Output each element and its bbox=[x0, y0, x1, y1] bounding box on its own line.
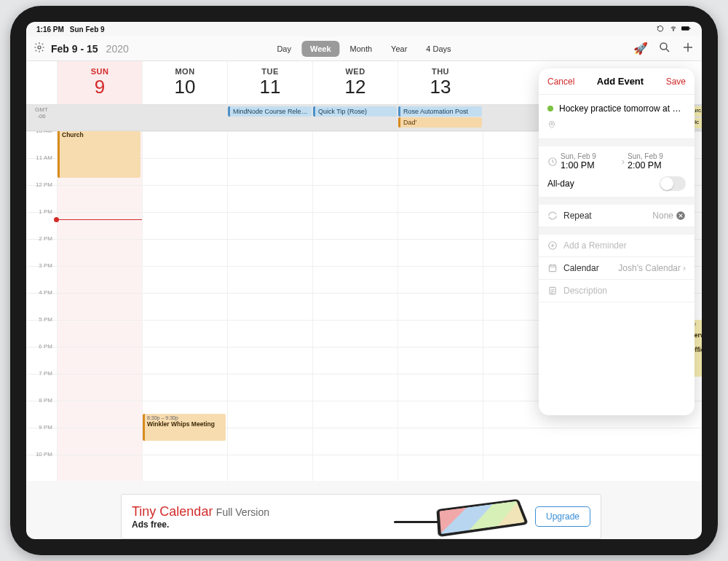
view-day[interactable]: Day bbox=[268, 41, 300, 57]
repeat-row[interactable]: Repeat None bbox=[539, 205, 695, 227]
svg-point-4 bbox=[660, 43, 667, 50]
location-pin-icon bbox=[547, 120, 556, 129]
svg-rect-2 bbox=[689, 28, 690, 29]
repeat-icon bbox=[547, 211, 558, 221]
upgrade-button[interactable]: Upgrade bbox=[535, 506, 590, 527]
calendar-color-dot bbox=[547, 106, 553, 111]
clear-icon[interactable] bbox=[676, 211, 686, 221]
ad-subtitle: Full Version bbox=[216, 506, 269, 518]
end-time[interactable]: Sun, Feb 9 2:00 PM bbox=[628, 152, 686, 170]
description-row[interactable]: Description bbox=[539, 280, 695, 302]
status-date: Sun Feb 9 bbox=[70, 26, 105, 34]
screen: 1:16 PM Sun Feb 9 Feb 9 - 15 2020 bbox=[26, 22, 702, 539]
date-range[interactable]: Feb 9 - 15 bbox=[51, 43, 98, 55]
app-header: Feb 9 - 15 2020 Day Week Month Year 4 Da… bbox=[26, 36, 702, 61]
cancel-button[interactable]: Cancel bbox=[547, 76, 574, 87]
calendar-icon bbox=[547, 263, 558, 273]
clock-icon bbox=[547, 157, 558, 167]
plus-icon bbox=[681, 41, 695, 54]
status-bar: 1:16 PM Sun Feb 9 bbox=[26, 22, 702, 36]
svg-rect-1 bbox=[681, 26, 689, 30]
calendar-row[interactable]: Calendar Josh's Calendar › bbox=[539, 257, 695, 280]
allday-event[interactable]: Quick Tip (Rose) bbox=[313, 106, 397, 117]
wifi-icon bbox=[668, 25, 678, 34]
chevron-right-icon: › bbox=[622, 157, 625, 167]
day-col-mon[interactable]: MON 10 bbox=[142, 61, 227, 104]
plus-circle-icon bbox=[547, 240, 558, 251]
popover-header: Cancel Add Event Save bbox=[539, 68, 695, 95]
ad-banner: Tiny Calendar Full Version Ads free. Upg… bbox=[121, 494, 601, 539]
allday-label: All-day bbox=[547, 178, 574, 189]
reminder-row[interactable]: Add a Reminder bbox=[539, 235, 695, 257]
location-input[interactable] bbox=[562, 119, 686, 130]
day-col-thu[interactable]: THU 13 bbox=[397, 61, 483, 104]
date-year: 2020 bbox=[106, 43, 129, 55]
popover-title: Add Event bbox=[597, 76, 644, 87]
hour-label: 10 AM bbox=[26, 131, 55, 134]
search-button[interactable] bbox=[658, 41, 671, 57]
allday-col-mon[interactable] bbox=[142, 105, 227, 130]
save-button[interactable]: Save bbox=[666, 76, 686, 87]
view-month[interactable]: Month bbox=[341, 41, 381, 57]
svg-point-3 bbox=[38, 46, 41, 49]
calendar-event-church[interactable]: 9:45 – 11:45 Church bbox=[58, 131, 141, 178]
allday-col-tue[interactable]: MindNode Course Release bbox=[227, 105, 312, 130]
settings-button[interactable] bbox=[33, 42, 45, 56]
allday-col-thu[interactable]: Rose Automation Post Dad' bbox=[397, 105, 483, 130]
event-title-input[interactable]: Hockey practice tomorrow at 9:… bbox=[559, 103, 686, 114]
title-section: Hockey practice tomorrow at 9:… bbox=[539, 95, 695, 139]
dow-label: SUN bbox=[58, 67, 142, 76]
ad-graphic bbox=[394, 499, 525, 534]
rocket-icon[interactable]: 🚀 bbox=[633, 42, 648, 55]
ipad-device-frame: 1:16 PM Sun Feb 9 Feb 9 - 15 2020 bbox=[10, 6, 718, 555]
view-year[interactable]: Year bbox=[382, 41, 416, 57]
ad-line2: Ads free. bbox=[132, 519, 269, 530]
timezone-gutter: GMT -06 bbox=[26, 105, 57, 130]
notes-icon bbox=[547, 286, 558, 296]
allday-col-wed[interactable]: Quick Tip (Rose) bbox=[312, 105, 397, 130]
status-time: 1:16 PM bbox=[36, 26, 64, 34]
ad-title: Tiny Calendar bbox=[132, 504, 213, 519]
day-header-gutter bbox=[26, 61, 57, 104]
allday-col-sun[interactable] bbox=[57, 105, 142, 130]
allday-toggle[interactable] bbox=[660, 176, 686, 191]
svg-point-0 bbox=[673, 31, 674, 31]
time-section: Sun, Feb 9 1:00 PM › Sun, Feb 9 2:00 PM … bbox=[539, 146, 695, 197]
current-time-indicator bbox=[57, 219, 142, 220]
battery-icon bbox=[681, 25, 692, 34]
day-col-sun[interactable]: SUN 9 bbox=[57, 61, 142, 104]
orientation-lock-icon bbox=[655, 25, 665, 34]
svg-rect-9 bbox=[549, 265, 555, 272]
add-event-popover: Cancel Add Event Save Hockey practice to… bbox=[539, 68, 695, 415]
day-col-tue[interactable]: TUE 11 bbox=[227, 61, 312, 104]
day-number: 9 bbox=[58, 76, 142, 98]
svg-point-5 bbox=[551, 123, 553, 125]
allday-event[interactable]: Rose Automation Post bbox=[398, 106, 482, 117]
search-icon bbox=[658, 41, 671, 54]
allday-event[interactable]: Dad' bbox=[398, 117, 482, 128]
add-button[interactable] bbox=[681, 41, 695, 57]
gear-icon bbox=[33, 42, 45, 53]
calendar-event-winkler[interactable]: 8:30p – 9:30p Winkler Whips Meeting bbox=[143, 414, 226, 441]
tablet-icon bbox=[436, 499, 529, 537]
view-4days[interactable]: 4 Days bbox=[417, 41, 459, 57]
chevron-right-icon: › bbox=[683, 263, 686, 273]
start-time[interactable]: Sun, Feb 9 1:00 PM bbox=[561, 152, 619, 170]
view-switcher: Day Week Month Year 4 Days bbox=[268, 41, 459, 57]
day-col-wed[interactable]: WED 12 bbox=[312, 61, 397, 104]
view-week[interactable]: Week bbox=[301, 41, 340, 57]
allday-event[interactable]: MindNode Course Release bbox=[228, 106, 312, 117]
